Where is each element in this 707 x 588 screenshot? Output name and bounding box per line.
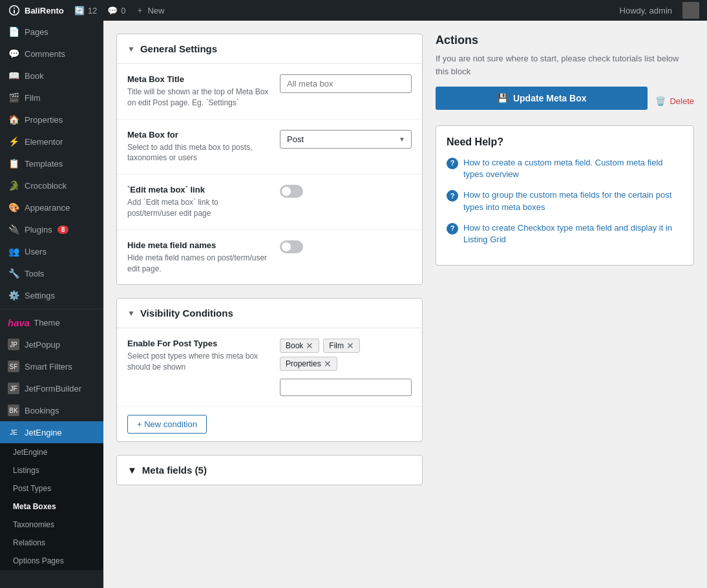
help-link-1[interactable]: ? How to create a custom meta field. Cus… <box>447 157 683 180</box>
tag-book-remove[interactable]: ✕ <box>306 341 313 350</box>
new-condition-label: + New condition <box>137 419 197 429</box>
sidebar-item-plugins[interactable]: 🔌 Plugins 8 <box>0 218 103 240</box>
help-link-2-text: How to group the custom meta fields for … <box>463 189 683 213</box>
sidebar-item-hava-theme[interactable]: hava Theme <box>0 312 103 333</box>
properties-icon: 🏠 <box>8 114 19 125</box>
update-meta-box-label: Update Meta Box <box>513 93 587 103</box>
plus-icon: ＋ <box>136 5 144 16</box>
meta-fields-toggle-icon: ▼ <box>127 465 137 476</box>
hide-field-names-row: Hide meta field names Hide meta field na… <box>117 230 422 285</box>
hide-field-names-label-col: Hide meta field names Hide meta field na… <box>127 240 269 275</box>
sidebar-item-templates[interactable]: 📋 Templates <box>0 152 103 174</box>
sidebar-item-properties[interactable]: 🏠 Properties <box>0 109 103 131</box>
sidebar-item-film[interactable]: 🎬 Film <box>0 87 103 109</box>
sidebar-item-jetformbuilder[interactable]: JF JetFormBuilder <box>0 377 103 399</box>
hava-logo: hava <box>8 317 30 328</box>
new-item[interactable]: ＋ New <box>136 5 164 16</box>
updates-item[interactable]: 🔄 12 <box>74 6 97 16</box>
submenu-item-relations[interactable]: Relations <box>0 534 103 552</box>
tag-properties-label: Properties <box>286 359 321 368</box>
sidebar-item-elementor[interactable]: ⚡ Elementor <box>0 131 103 152</box>
sidebar-item-tools[interactable]: 🔧 Tools <box>0 262 103 284</box>
book-icon: 📖 <box>8 70 19 81</box>
submenu-item-taxonomies[interactable]: Taxonomies <box>0 516 103 534</box>
left-column: ▼ General Settings Meta Box Title Title … <box>116 34 423 575</box>
tag-properties-remove[interactable]: ✕ <box>324 359 332 368</box>
meta-box-for-select[interactable]: Post Taxonomy User <box>280 130 412 149</box>
appearance-icon: 🎨 <box>8 202 19 213</box>
meta-fields-header[interactable]: ▼ Meta fields (5) <box>117 456 422 485</box>
delete-button[interactable]: 🗑️ Delete <box>655 90 694 112</box>
sidebar-item-crocoblock[interactable]: 🐊 Crocoblock <box>0 174 103 196</box>
general-settings-title: General Settings <box>140 43 217 54</box>
submenu-item-listings[interactable]: Listings <box>0 461 103 479</box>
howdy-text: Howdy, admin <box>620 6 672 16</box>
tags-area: Book ✕ Film ✕ Properties ✕ <box>280 339 412 371</box>
sidebar-item-book[interactable]: 📖 Book <box>0 65 103 87</box>
sidebar-label-smart-filters: Smart Filters <box>25 362 72 372</box>
post-types-search-input[interactable] <box>280 379 412 396</box>
comments-count: 0 <box>121 6 125 16</box>
tag-book: Book ✕ <box>280 339 319 353</box>
sidebar-label-film: Film <box>25 93 41 103</box>
tag-film-remove[interactable]: ✕ <box>346 341 354 350</box>
sidebar-label-book: Book <box>25 71 44 81</box>
help-link-3[interactable]: ? How to create Checkbox type meta field… <box>447 222 683 246</box>
sidebar-label-appearance: Appearance <box>25 203 70 213</box>
updates-icon: 🔄 <box>74 6 85 16</box>
comments-item[interactable]: 💬 0 <box>107 6 125 16</box>
meta-box-for-select-wrap: Post Taxonomy User <box>280 130 412 149</box>
tag-film-label: Film <box>329 341 344 350</box>
sidebar-item-smart-filters[interactable]: SF Smart Filters <box>0 355 103 377</box>
general-settings-header[interactable]: ▼ General Settings <box>117 34 422 64</box>
templates-icon: 📋 <box>8 158 19 169</box>
meta-box-for-label: Meta Box for <box>127 130 269 140</box>
actions-row: 💾 Update Meta Box 🗑️ Delete <box>436 87 694 115</box>
sidebar-item-bookings[interactable]: BK Bookings <box>0 399 103 421</box>
meta-box-for-control: Post Taxonomy User <box>280 130 412 149</box>
avatar <box>682 2 699 19</box>
comments-icon: 💬 <box>8 48 19 59</box>
tools-icon: 🔧 <box>8 268 19 279</box>
comments-icon: 💬 <box>107 6 118 16</box>
visibility-conditions-header[interactable]: ▼ Visibility Conditions <box>117 299 422 328</box>
hide-field-names-label: Hide meta field names <box>127 240 269 250</box>
sidebar-item-appearance[interactable]: 🎨 Appearance <box>0 196 103 218</box>
updates-count: 12 <box>88 6 97 16</box>
enable-post-types-control: Book ✕ Film ✕ Properties ✕ <box>280 339 412 396</box>
new-condition-button[interactable]: + New condition <box>127 415 207 434</box>
edit-meta-link-toggle[interactable] <box>280 185 303 198</box>
sidebar-item-comments[interactable]: 💬 Comments <box>0 43 103 65</box>
sidebar-label-tools: Tools <box>25 269 44 278</box>
meta-box-title-label: Meta Box Title <box>127 74 269 84</box>
sidebar-item-pages[interactable]: 📄 Pages <box>0 21 103 43</box>
sidebar-label-bookings: Bookings <box>25 406 59 415</box>
help-link-2[interactable]: ? How to group the custom meta fields fo… <box>447 189 683 213</box>
submenu-item-meta-boxes[interactable]: Meta Boxes <box>0 498 103 516</box>
content-area: ▼ General Settings Meta Box Title Title … <box>103 21 707 588</box>
sidebar-label-jetformbuilder: JetFormBuilder <box>25 384 81 394</box>
delete-label: Delete <box>670 96 694 106</box>
jetengine-submenu: JetEngine Listings Post Types Meta Boxes… <box>0 443 103 570</box>
sidebar-item-jetengine[interactable]: JE JetEngine <box>0 421 103 443</box>
trash-icon: 🗑️ <box>655 96 666 106</box>
hide-field-names-toggle[interactable] <box>280 240 303 253</box>
sidebar-item-settings[interactable]: ⚙️ Settings <box>0 284 103 306</box>
tag-properties: Properties ✕ <box>280 357 337 371</box>
submenu-item-post-types[interactable]: Post Types <box>0 479 103 498</box>
submenu-item-jetengine-root[interactable]: JetEngine <box>0 443 103 461</box>
settings-icon: ⚙️ <box>8 289 19 301</box>
update-meta-box-button[interactable]: 💾 Update Meta Box <box>436 87 648 110</box>
sidebar-item-users[interactable]: 👥 Users <box>0 240 103 262</box>
submenu-item-options-pages[interactable]: Options Pages <box>0 552 103 570</box>
visibility-conditions-toggle-icon: ▼ <box>127 309 135 318</box>
sidebar: 📄 Pages 💬 Comments 📖 Book 🎬 Film 🏠 Prope… <box>0 21 103 588</box>
sidebar-label-crocoblock: Crocoblock <box>25 181 67 191</box>
meta-box-title-desc: Title will be shown ar the top of Meta B… <box>127 87 269 109</box>
sidebar-item-jetpopup[interactable]: JP JetPopup <box>0 333 103 355</box>
help-link-1-text: How to create a custom meta field. Custo… <box>463 157 683 180</box>
actions-block: Actions If you are not sure where to sta… <box>436 34 694 115</box>
meta-box-title-input[interactable] <box>280 74 412 93</box>
site-logo[interactable]: BaliRento <box>8 4 64 17</box>
edit-meta-link-label: `Edit meta box` link <box>127 185 269 194</box>
